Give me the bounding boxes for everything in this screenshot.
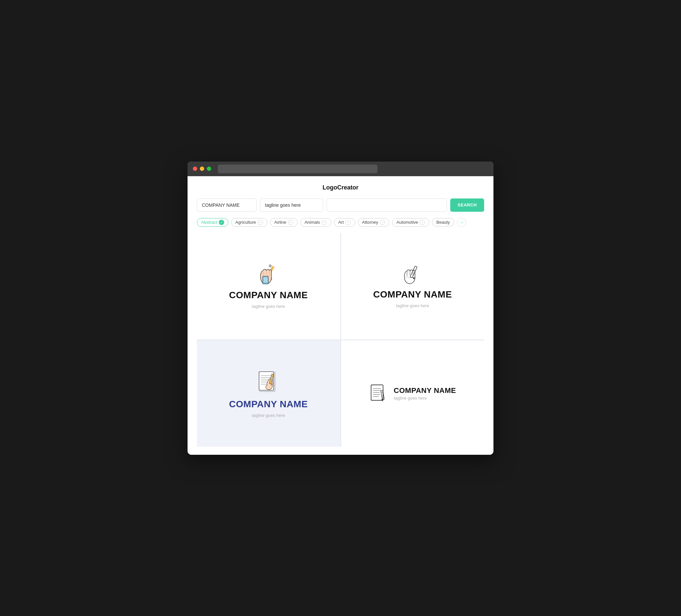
svg-rect-2	[268, 264, 272, 267]
logo3-tagline: tagline goes here	[252, 413, 285, 418]
logo2-company-name: COMPANY NAME	[373, 289, 452, 300]
filter-chip-art[interactable]: Art ✓	[334, 218, 355, 227]
logo-grid: COMPANY NAME tagline goes here	[197, 233, 484, 447]
logo-card-4[interactable]: COMPANY NAME tagline goes here	[341, 340, 484, 447]
filter-row: Abstract ✓ Agriculture ✓ Airline ✓ Anima…	[197, 218, 484, 227]
document-pen-outline-icon	[369, 384, 389, 404]
logo4-company-name: COMPANY NAME	[394, 386, 456, 395]
logo3-company-name: COMPANY NAME	[229, 399, 308, 410]
logo-card-2-inner: COMPANY NAME tagline goes here	[373, 264, 452, 308]
logo4-text-group: COMPANY NAME tagline goes here	[394, 386, 456, 401]
maximize-button[interactable]	[207, 166, 211, 171]
app-container: LogoCreator SEARCH Abstract ✓ Agricultur…	[187, 176, 494, 455]
search-button[interactable]: SEARCH	[450, 199, 484, 212]
filter-label-animals: Animals	[305, 220, 320, 225]
filter-check-animals: ✓	[322, 220, 327, 225]
filter-label-beauty: Beauty	[436, 220, 450, 225]
filter-chip-automotive[interactable]: Automotive ✓	[392, 218, 429, 227]
filter-label-airline: Airline	[274, 220, 286, 225]
svg-rect-21	[381, 390, 384, 400]
logo1-tagline: tagline goes here	[252, 304, 285, 309]
tagline-input[interactable]	[260, 199, 323, 212]
close-button[interactable]	[193, 166, 197, 171]
filter-label-attorney: Attorney	[362, 220, 378, 225]
filter-label-agriculture: Agriculture	[235, 220, 256, 225]
browser-titlebar	[187, 161, 494, 176]
keyword-input[interactable]	[327, 199, 447, 212]
svg-rect-5	[410, 266, 417, 278]
logo-card-2[interactable]: COMPANY NAME tagline goes here	[341, 233, 484, 339]
logo1-company-name: COMPANY NAME	[229, 290, 308, 301]
filter-label-abstract: Abstract	[201, 220, 217, 225]
filter-next-button[interactable]: →	[457, 218, 466, 227]
filter-check-airline: ✓	[288, 220, 293, 225]
logo4-tagline: tagline goes here	[394, 395, 456, 401]
filter-chip-animals[interactable]: Animals ✓	[300, 218, 331, 227]
filter-check-art: ✓	[346, 220, 351, 225]
logo2-tagline: tagline goes here	[396, 303, 429, 308]
filter-chip-airline[interactable]: Airline ✓	[270, 218, 298, 227]
filter-label-automotive: Automotive	[396, 220, 418, 225]
logo-card-1-inner: COMPANY NAME tagline goes here	[229, 263, 308, 309]
filter-chip-beauty[interactable]: Beauty	[432, 218, 454, 226]
writing-hand-outline-icon	[400, 264, 425, 286]
filter-chip-attorney[interactable]: Attorney ✓	[358, 218, 389, 227]
logo-card-3[interactable]: COMPANY NAME tagline goes here	[197, 340, 340, 447]
company-name-input[interactable]	[197, 199, 257, 212]
app-title: LogoCreator	[197, 184, 484, 191]
browser-window: LogoCreator SEARCH Abstract ✓ Agricultur…	[187, 161, 494, 455]
logo-card-3-inner: COMPANY NAME tagline goes here	[229, 369, 308, 418]
filter-chip-abstract[interactable]: Abstract ✓	[197, 218, 228, 227]
filter-label-art: Art	[338, 220, 344, 225]
filter-check-automotive: ✓	[420, 220, 425, 225]
document-pen-colorful-icon	[255, 369, 282, 395]
minimize-button[interactable]	[200, 166, 204, 171]
filter-chip-agriculture[interactable]: Agriculture ✓	[231, 218, 267, 227]
address-bar[interactable]	[218, 164, 377, 173]
filter-check-agriculture: ✓	[258, 220, 263, 225]
svg-rect-4	[263, 277, 267, 283]
filter-check-attorney: ✓	[380, 220, 385, 225]
search-row: SEARCH	[197, 199, 484, 212]
writing-hand-colorful-icon	[255, 263, 282, 287]
logo-card-4-inner: COMPANY NAME tagline goes here	[369, 384, 456, 404]
filter-check-abstract: ✓	[219, 220, 224, 225]
logo-card-1[interactable]: COMPANY NAME tagline goes here	[197, 233, 340, 339]
